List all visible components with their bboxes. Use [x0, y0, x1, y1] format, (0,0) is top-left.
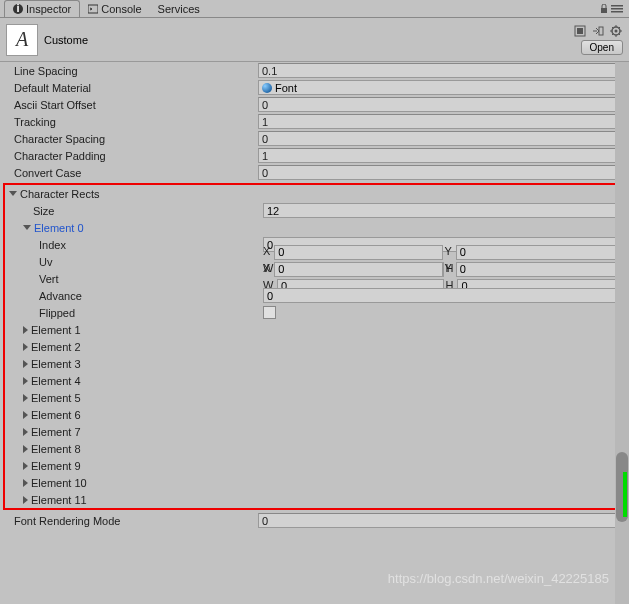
preset-icon[interactable] — [591, 24, 605, 38]
element-9-foldout[interactable]: Element 9 — [5, 457, 624, 474]
foldout-label: Element 1 — [31, 324, 81, 336]
element-5-foldout[interactable]: Element 5 — [5, 389, 624, 406]
char-padding-input[interactable] — [258, 148, 629, 163]
foldout-label: Character Rects — [20, 188, 99, 200]
x-label: X — [263, 262, 272, 277]
font-asset-icon: A — [6, 24, 38, 56]
element-1-foldout[interactable]: Element 1 — [5, 321, 624, 338]
properties-panel: Line Spacing Default Material Font Ascii… — [0, 62, 629, 529]
svg-rect-6 — [611, 11, 623, 13]
prop-ascii-start-offset: Ascii Start Offset — [0, 96, 629, 113]
element-11-foldout[interactable]: Element 11 — [5, 491, 624, 508]
convert-case-input[interactable] — [258, 165, 629, 180]
watermark: https://blog.csdn.net/weixin_42225185 — [388, 571, 609, 586]
y-label: Y — [445, 262, 454, 277]
label: Convert Case — [14, 167, 258, 179]
label: Ascii Start Offset — [14, 99, 258, 111]
label: Vert — [39, 273, 263, 285]
foldout-label: Element 7 — [31, 426, 81, 438]
open-button[interactable]: Open — [581, 40, 623, 55]
lock-icon[interactable] — [599, 4, 609, 14]
context-menu-icon[interactable] — [611, 4, 623, 14]
element-0-foldout[interactable]: Element 0 — [5, 219, 624, 236]
scroll-indicator — [623, 472, 627, 517]
foldout-label: Element 11 — [31, 494, 87, 506]
chevron-right-icon — [23, 428, 28, 436]
material-icon — [262, 83, 272, 93]
element-2-foldout[interactable]: Element 2 — [5, 338, 624, 355]
element-10-foldout[interactable]: Element 10 — [5, 474, 624, 491]
svg-rect-5 — [611, 8, 623, 10]
label: Character Spacing — [14, 133, 258, 145]
label: Uv — [39, 256, 263, 268]
svg-rect-4 — [611, 5, 623, 7]
element-6-foldout[interactable]: Element 6 — [5, 406, 624, 423]
font-rendering-input[interactable] — [258, 513, 629, 528]
vert-row: Vert X Y W H — [5, 270, 624, 287]
tracking-input[interactable] — [258, 114, 629, 129]
tab-console[interactable]: Console — [80, 1, 149, 17]
flipped-row: Flipped — [5, 304, 624, 321]
tab-services[interactable]: Services — [150, 1, 208, 17]
label: Character Padding — [14, 150, 258, 162]
prop-font-rendering-mode: Font Rendering Mode — [0, 512, 629, 529]
vert-y-input[interactable] — [456, 262, 624, 277]
svg-rect-3 — [601, 8, 607, 13]
foldout-label: Element 9 — [31, 460, 81, 472]
foldout-label: Element 10 — [31, 477, 87, 489]
label: Font Rendering Mode — [14, 515, 258, 527]
foldout-label: Element 2 — [31, 341, 81, 353]
chevron-right-icon — [23, 496, 28, 504]
tab-label: Console — [101, 3, 141, 15]
chevron-right-icon — [23, 377, 28, 385]
label: Default Material — [14, 82, 258, 94]
char-spacing-input[interactable] — [258, 131, 629, 146]
character-rects-foldout[interactable]: Character Rects — [5, 185, 624, 202]
chevron-right-icon — [23, 411, 28, 419]
label: Tracking — [14, 116, 258, 128]
prop-character-padding: Character Padding — [0, 147, 629, 164]
element-7-foldout[interactable]: Element 7 — [5, 423, 624, 440]
label: Advance — [39, 290, 263, 302]
gear-icon[interactable] — [609, 24, 623, 38]
character-rects-section: Character Rects Size Element 0 Index Uv … — [3, 183, 626, 510]
asset-bundle-icon[interactable] — [573, 24, 587, 38]
advance-row: Advance — [5, 287, 624, 304]
foldout-label: Element 0 — [34, 222, 84, 234]
foldout-label: Element 5 — [31, 392, 81, 404]
asset-header: A Custome Open — [0, 18, 629, 62]
material-value: Font — [275, 82, 297, 94]
y-label: Y — [445, 245, 454, 260]
uv-y-input[interactable] — [456, 245, 624, 260]
element-4-foldout[interactable]: Element 4 — [5, 372, 624, 389]
svg-point-11 — [615, 30, 618, 33]
uv-x-input[interactable] — [274, 245, 442, 260]
material-field[interactable]: Font — [258, 80, 629, 95]
foldout-label: Element 3 — [31, 358, 81, 370]
console-icon — [88, 4, 98, 14]
vert-x-input[interactable] — [274, 262, 442, 277]
element-8-foldout[interactable]: Element 8 — [5, 440, 624, 457]
chevron-right-icon — [23, 343, 28, 351]
flipped-checkbox[interactable] — [263, 306, 276, 319]
element-3-foldout[interactable]: Element 3 — [5, 355, 624, 372]
tab-bar: i Inspector Console Services — [0, 0, 629, 18]
label: Size — [33, 205, 263, 217]
svg-text:i: i — [16, 4, 19, 14]
prop-character-spacing: Character Spacing — [0, 130, 629, 147]
size-input[interactable] — [263, 203, 624, 218]
label: Line Spacing — [14, 65, 258, 77]
chevron-right-icon — [23, 360, 28, 368]
foldout-label: Element 6 — [31, 409, 81, 421]
scrollbar[interactable] — [615, 62, 629, 604]
chevron-down-icon — [9, 191, 17, 196]
asset-title: Custome — [44, 34, 573, 46]
foldout-label: Element 4 — [31, 375, 81, 387]
prop-default-material: Default Material Font — [0, 79, 629, 96]
ascii-offset-input[interactable] — [258, 97, 629, 112]
line-spacing-input[interactable] — [258, 63, 629, 78]
tab-inspector[interactable]: i Inspector — [4, 0, 80, 17]
size-row: Size — [5, 202, 624, 219]
advance-input[interactable] — [263, 288, 624, 303]
chevron-right-icon — [23, 394, 28, 402]
